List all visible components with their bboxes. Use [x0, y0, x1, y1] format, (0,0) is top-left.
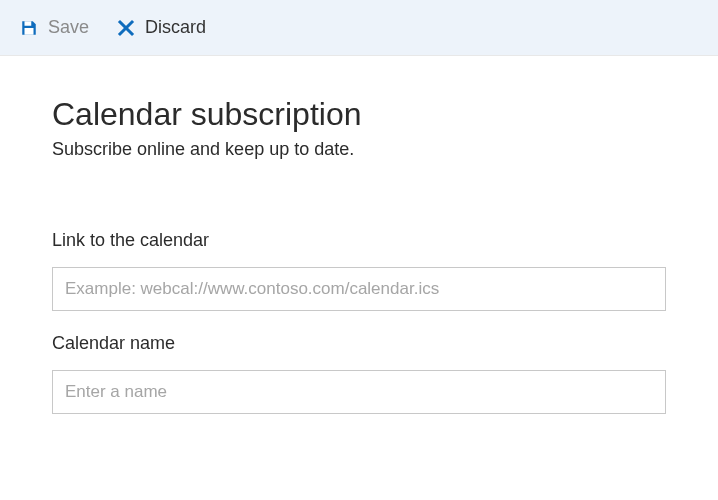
- page-title: Calendar subscription: [52, 96, 666, 133]
- svg-rect-0: [25, 21, 32, 26]
- svg-rect-1: [25, 28, 34, 35]
- save-button[interactable]: Save: [20, 17, 89, 38]
- close-icon: [117, 19, 135, 37]
- content-area: Calendar subscription Subscribe online a…: [0, 56, 718, 436]
- calendar-link-input[interactable]: [52, 267, 666, 311]
- discard-button[interactable]: Discard: [117, 17, 206, 38]
- link-field-label: Link to the calendar: [52, 230, 666, 251]
- save-icon: [20, 19, 38, 37]
- name-field-label: Calendar name: [52, 333, 666, 354]
- calendar-name-input[interactable]: [52, 370, 666, 414]
- page-subtitle: Subscribe online and keep up to date.: [52, 139, 666, 160]
- save-label: Save: [48, 17, 89, 38]
- discard-label: Discard: [145, 17, 206, 38]
- toolbar: Save Discard: [0, 0, 718, 56]
